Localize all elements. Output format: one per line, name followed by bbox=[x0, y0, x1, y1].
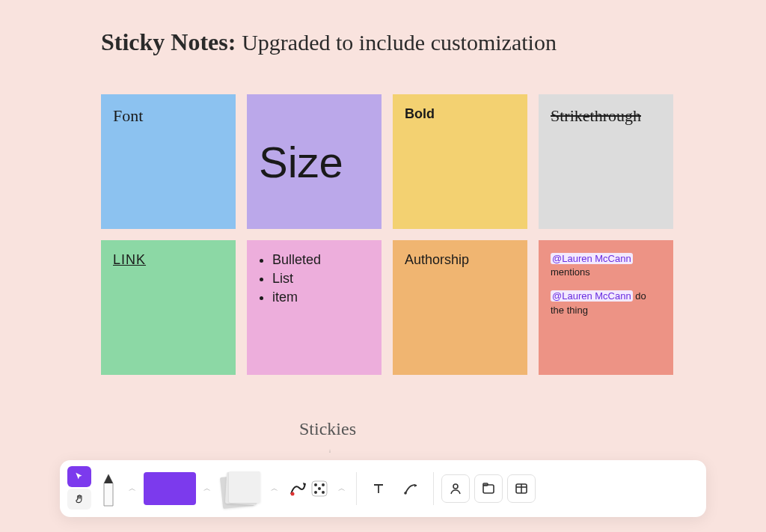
frame-tool[interactable] bbox=[441, 474, 470, 503]
section-tool[interactable] bbox=[474, 474, 503, 503]
note-text: Font bbox=[113, 106, 143, 125]
stamp-chevron[interactable]: ︿ bbox=[335, 466, 349, 511]
bullet-item: List bbox=[272, 271, 370, 287]
title-rest: Upgraded to include customization bbox=[242, 30, 557, 55]
title-bold: Sticky Notes: bbox=[101, 28, 236, 55]
connector-tool[interactable] bbox=[397, 474, 426, 503]
note-bullet-list: BulletedListitem bbox=[259, 252, 370, 305]
note-text: Bold bbox=[405, 106, 435, 121]
arrow-down-icon bbox=[329, 443, 331, 459]
table-icon bbox=[515, 482, 528, 495]
cursor-icon bbox=[74, 471, 85, 482]
hand-icon bbox=[74, 494, 85, 504]
svg-point-7 bbox=[322, 491, 325, 494]
toolbar-divider bbox=[433, 472, 434, 505]
svg-point-9 bbox=[453, 484, 458, 489]
squiggle-arrow-icon bbox=[289, 479, 308, 498]
toolbar: ︿ ︿ ︿ ︿ bbox=[60, 460, 706, 517]
shape-chevron[interactable]: ︿ bbox=[200, 466, 214, 511]
svg-point-4 bbox=[322, 483, 325, 486]
section-icon bbox=[482, 482, 495, 495]
dice-icon bbox=[311, 480, 328, 497]
shape-tool[interactable] bbox=[144, 466, 196, 511]
note-text: Authorship bbox=[405, 252, 469, 267]
text-tool[interactable] bbox=[364, 474, 393, 503]
cursor-tool-group bbox=[67, 466, 91, 511]
svg-point-1 bbox=[291, 492, 295, 496]
select-tool[interactable] bbox=[67, 466, 91, 487]
hand-tool[interactable] bbox=[67, 489, 91, 510]
sticky-note-mentions[interactable]: @Lauren McCann mentions@Lauren McCann do… bbox=[539, 240, 673, 375]
sticky-note-link[interactable]: LINK bbox=[101, 240, 236, 375]
pencil-chevron[interactable]: ︿ bbox=[126, 466, 139, 511]
sticky-note-bullets[interactable]: BulletedListitem bbox=[247, 240, 382, 375]
svg-point-5 bbox=[318, 487, 321, 490]
note-text: Strikethrough bbox=[551, 106, 641, 125]
sticky-tool[interactable] bbox=[218, 470, 263, 507]
mention-block: @Lauren McCann mentions bbox=[551, 252, 661, 279]
text-icon bbox=[371, 481, 386, 496]
page-title: Sticky Notes: Upgraded to include custom… bbox=[101, 28, 557, 56]
sticky-note-bold[interactable]: Bold bbox=[393, 94, 527, 229]
table-tool[interactable] bbox=[507, 474, 536, 503]
note-text: LINK bbox=[113, 252, 146, 267]
stamp-tool[interactable] bbox=[286, 470, 331, 507]
mention-block: @Lauren McCann do the thing bbox=[551, 290, 661, 317]
svg-point-3 bbox=[314, 483, 317, 486]
toolbar-divider bbox=[356, 472, 357, 505]
bullet-item: item bbox=[272, 290, 370, 305]
mention-user[interactable]: @Lauren McCann bbox=[551, 253, 633, 264]
note-text: Size bbox=[259, 137, 343, 187]
sticky-note-font[interactable]: Font bbox=[101, 94, 236, 229]
sticky-note-strikethrough[interactable]: Strikethrough bbox=[539, 94, 673, 229]
sticky-note-size[interactable]: Size bbox=[247, 94, 382, 229]
mention-text: mentions bbox=[551, 266, 590, 278]
sticky-chevron[interactable]: ︿ bbox=[268, 466, 281, 511]
pencil-tool[interactable] bbox=[96, 470, 121, 507]
bullet-item: Bulleted bbox=[272, 252, 370, 268]
mention-user[interactable]: @Lauren McCann bbox=[551, 290, 633, 302]
svg-point-6 bbox=[314, 491, 317, 494]
sticky-stack-icon bbox=[229, 471, 260, 503]
connector-icon bbox=[403, 481, 420, 496]
pencil-icon bbox=[100, 473, 117, 507]
sticky-note-authorship[interactable]: Authorship bbox=[393, 240, 527, 375]
person-icon bbox=[449, 482, 462, 495]
svg-point-8 bbox=[404, 492, 407, 495]
shape-rect-icon bbox=[144, 472, 196, 505]
sticky-notes-grid: Font Size Bold Strikethrough LINK Bullet… bbox=[101, 94, 673, 375]
stickies-callout-label: Stickies bbox=[299, 419, 356, 439]
